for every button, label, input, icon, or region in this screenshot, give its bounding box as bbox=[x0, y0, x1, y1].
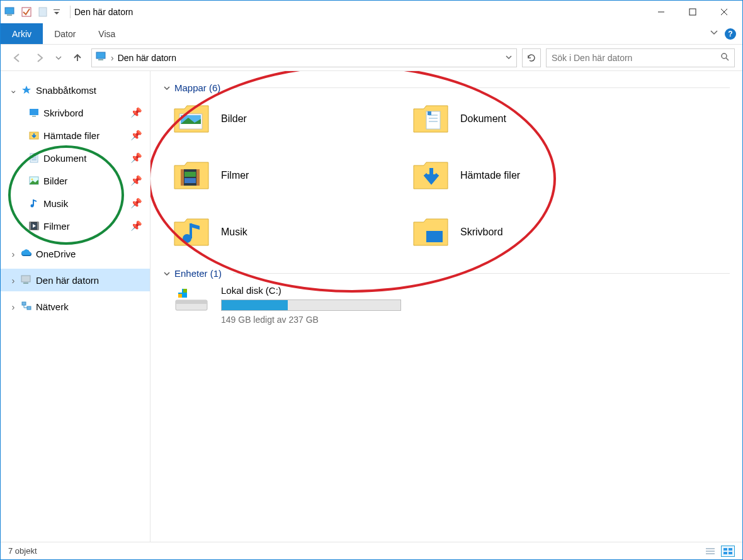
folder-videos-icon bbox=[172, 160, 211, 191]
sidebar-item-onedrive[interactable]: › OneDrive bbox=[1, 242, 150, 265]
svg-rect-6 bbox=[689, 9, 696, 15]
up-button[interactable] bbox=[69, 49, 86, 67]
pin-icon[interactable]: 📌 bbox=[130, 175, 142, 186]
sidebar-item-label: Dokument bbox=[43, 153, 86, 164]
svg-rect-24 bbox=[30, 222, 31, 230]
pin-icon[interactable]: 📌 bbox=[130, 198, 142, 209]
details-view-button[interactable] bbox=[703, 546, 717, 557]
sidebar-item-hamtade[interactable]: Hämtade filer 📌 bbox=[1, 124, 150, 147]
chevron-right-icon[interactable]: › bbox=[9, 275, 17, 286]
svg-rect-4 bbox=[54, 9, 60, 10]
folder-hamtade[interactable]: Hämtade filer bbox=[411, 156, 650, 195]
sidebar-item-label: Snabbåtkomst bbox=[36, 85, 96, 96]
ribbon: Arkiv Dator Visa ? bbox=[1, 23, 742, 45]
svg-rect-49 bbox=[178, 294, 182, 298]
folder-label: Dokument bbox=[460, 113, 506, 125]
sidebar-item-bilder[interactable]: Bilder 📌 bbox=[1, 169, 150, 192]
tab-arkiv[interactable]: Arkiv bbox=[1, 23, 43, 44]
folder-label: Skrivbord bbox=[460, 227, 503, 238]
chevron-down-icon[interactable] bbox=[710, 28, 718, 39]
svg-line-12 bbox=[726, 58, 729, 60]
svg-rect-13 bbox=[30, 109, 38, 115]
sidebar-item-quick-access[interactable]: ⌄ Snabbåtkomst bbox=[1, 79, 150, 101]
folder-bilder[interactable]: Bilder bbox=[172, 99, 411, 138]
quick-access-toolbar bbox=[3, 5, 61, 19]
refresh-button[interactable] bbox=[522, 48, 541, 67]
chevron-right-icon[interactable]: › bbox=[9, 301, 17, 312]
folders-grid: Bilder Dokument Filmer bbox=[172, 99, 730, 252]
pin-icon[interactable]: 📌 bbox=[130, 107, 142, 118]
drive-icon bbox=[172, 285, 211, 315]
maximize-button[interactable] bbox=[677, 1, 708, 23]
tiles-view-button[interactable] bbox=[721, 546, 735, 557]
star-icon bbox=[21, 84, 32, 96]
sidebar-item-label: Musik bbox=[43, 198, 68, 209]
pin-icon[interactable]: 📌 bbox=[130, 152, 142, 164]
breadcrumb[interactable]: Den här datorn bbox=[118, 53, 176, 63]
page-icon[interactable] bbox=[36, 5, 50, 19]
address-bar[interactable]: › Den här datorn bbox=[91, 48, 517, 67]
svg-rect-38 bbox=[181, 169, 184, 186]
pin-icon[interactable]: 📌 bbox=[130, 130, 142, 141]
svg-rect-39 bbox=[196, 169, 200, 186]
svg-point-22 bbox=[31, 204, 34, 208]
sidebar-item-this-pc[interactable]: › Den här datorn bbox=[1, 269, 150, 291]
close-button[interactable] bbox=[708, 1, 740, 23]
sidebar-item-skrivbord[interactable]: Skrivbord 📌 bbox=[1, 101, 150, 124]
folder-label: Bilder bbox=[221, 113, 247, 125]
svg-rect-55 bbox=[723, 552, 727, 554]
drive-free-text: 149 GB ledigt av 237 GB bbox=[221, 315, 401, 325]
sidebar-item-label: Bilder bbox=[43, 176, 67, 186]
sidebar-item-musik[interactable]: Musik 📌 bbox=[1, 192, 150, 215]
sidebar-item-dokument[interactable]: Dokument 📌 bbox=[1, 147, 150, 169]
folder-musik[interactable]: Musik bbox=[172, 213, 411, 252]
chevron-down-icon[interactable]: ⌄ bbox=[9, 84, 17, 96]
pin-icon[interactable]: 📌 bbox=[130, 220, 142, 232]
checkbox-icon[interactable] bbox=[20, 5, 33, 19]
cloud-icon bbox=[21, 248, 32, 259]
separator-icon bbox=[233, 273, 730, 274]
breadcrumb-sep-icon: › bbox=[111, 53, 114, 63]
sidebar-item-label: OneDrive bbox=[36, 249, 76, 259]
help-button[interactable]: ? bbox=[725, 28, 736, 40]
minimize-button[interactable] bbox=[645, 1, 677, 23]
sidebar-item-label: Nätverk bbox=[36, 301, 69, 312]
section-header-folders[interactable]: Mappar (6) bbox=[163, 82, 730, 93]
svg-rect-10 bbox=[98, 59, 103, 60]
drive-c[interactable]: Lokal disk (C:) 149 GB ledigt av 237 GB bbox=[172, 285, 730, 325]
chevron-down-icon[interactable] bbox=[505, 53, 513, 63]
chevron-right-icon[interactable]: › bbox=[9, 249, 17, 259]
search-box[interactable] bbox=[546, 48, 735, 67]
qat-menu-icon[interactable] bbox=[52, 5, 61, 19]
svg-rect-43 bbox=[426, 231, 443, 242]
sidebar-item-network[interactable]: › Nätverk bbox=[1, 295, 150, 318]
back-button[interactable] bbox=[8, 49, 26, 67]
videos-icon bbox=[28, 220, 40, 232]
recent-locations-button[interactable] bbox=[54, 49, 64, 67]
pc-icon[interactable] bbox=[3, 5, 17, 19]
svg-rect-1 bbox=[7, 14, 12, 16]
forward-button[interactable] bbox=[31, 49, 48, 67]
svg-rect-36 bbox=[428, 111, 431, 115]
explorer-window: Den här datorn Arkiv Dator Visa ? › Den … bbox=[0, 0, 743, 560]
svg-rect-47 bbox=[178, 289, 182, 293]
svg-rect-27 bbox=[23, 283, 28, 284]
search-icon[interactable] bbox=[720, 52, 729, 63]
svg-point-42 bbox=[183, 234, 191, 243]
svg-rect-3 bbox=[39, 8, 47, 16]
sidebar-item-filmer[interactable]: Filmer 📌 bbox=[1, 215, 150, 237]
folder-pictures-icon bbox=[172, 103, 211, 135]
tab-dator[interactable]: Dator bbox=[43, 23, 87, 44]
folder-filmer[interactable]: Filmer bbox=[172, 156, 411, 195]
svg-rect-14 bbox=[32, 116, 36, 117]
folder-dokument[interactable]: Dokument bbox=[411, 99, 650, 138]
svg-rect-48 bbox=[183, 289, 187, 293]
search-input[interactable] bbox=[552, 53, 715, 63]
body: ⌄ Snabbåtkomst Skrivbord 📌 Hämtade filer… bbox=[1, 71, 742, 542]
svg-rect-0 bbox=[5, 8, 14, 14]
tab-visa[interactable]: Visa bbox=[87, 23, 127, 44]
folder-label: Filmer bbox=[221, 170, 249, 181]
folder-skrivbord[interactable]: Skrivbord bbox=[411, 213, 650, 252]
svg-rect-25 bbox=[37, 222, 38, 230]
section-header-drives[interactable]: Enheter (1) bbox=[163, 268, 730, 279]
